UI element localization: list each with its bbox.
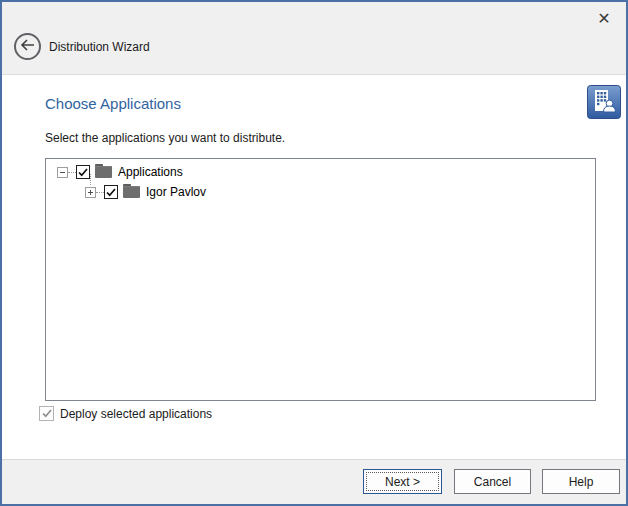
folder-icon xyxy=(95,166,112,178)
applications-tree[interactable]: Applications Igor Pavlov xyxy=(45,158,596,401)
folder-icon xyxy=(123,186,140,198)
tree-row-igor-pavlov[interactable]: Igor Pavlov xyxy=(46,182,206,202)
wizard-header: Distribution Wizard ✕ xyxy=(2,2,626,75)
expand-icon[interactable] xyxy=(85,187,96,198)
deploy-checkbox-label: Deploy selected applications xyxy=(60,407,212,421)
deploy-checkbox-row: Deploy selected applications xyxy=(39,406,212,421)
tree-item-label[interactable]: Applications xyxy=(118,165,183,179)
applications-checkbox[interactable] xyxy=(76,165,90,179)
tree-row-applications[interactable]: Applications xyxy=(46,162,183,182)
back-arrow-icon xyxy=(20,39,35,54)
wizard-footer: Next > Cancel Help xyxy=(2,459,626,504)
wizard-title: Distribution Wizard xyxy=(49,40,150,54)
page-title: Choose Applications xyxy=(45,95,181,112)
collapse-icon[interactable] xyxy=(57,167,68,178)
cancel-button[interactable]: Cancel xyxy=(454,469,531,494)
next-button[interactable]: Next > xyxy=(363,469,442,494)
instruction-text: Select the applications you want to dist… xyxy=(45,131,285,145)
applications-icon xyxy=(587,85,621,119)
back-button[interactable] xyxy=(14,33,41,60)
distribution-wizard-window: Distribution Wizard ✕ Choose Application… xyxy=(0,0,628,506)
tree-item-label[interactable]: Igor Pavlov xyxy=(146,185,206,199)
help-button[interactable]: Help xyxy=(542,469,620,494)
deploy-checkbox[interactable] xyxy=(39,406,54,421)
igor-pavlov-checkbox[interactable] xyxy=(104,185,118,199)
close-icon[interactable]: ✕ xyxy=(592,6,616,30)
